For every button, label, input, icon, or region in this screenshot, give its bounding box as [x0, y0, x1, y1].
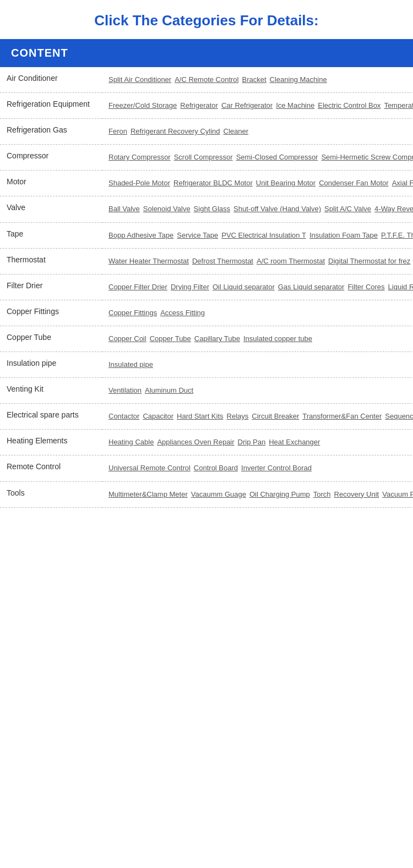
category-item-link[interactable]: Bracket [242, 75, 267, 84]
table-header: CONTENT [0, 39, 413, 67]
category-item-link[interactable]: Relays [227, 412, 249, 420]
category-item-link[interactable]: Recovery Unit [334, 490, 379, 498]
page-title: Click The Categories For Details: [0, 0, 413, 39]
category-item-link[interactable]: Unit Bearing Motor [256, 179, 316, 187]
category-item-link[interactable]: Contactor [108, 412, 139, 420]
category-label: Venting Kit [0, 378, 102, 404]
category-item-link[interactable]: Temperature Recorder [384, 101, 413, 109]
category-item-link[interactable]: Heat Exchanger [269, 438, 320, 446]
category-item-link[interactable]: Shaded-Pole Motor [108, 179, 170, 187]
category-item-link[interactable]: Vacuum Pump [382, 490, 413, 498]
table-row: Venting KitVentilationAluminum Duct [0, 378, 413, 404]
category-item-link[interactable]: Refrigerator BLDC Motor [173, 179, 253, 187]
category-item-link[interactable]: Bopp Adhesive Tape [108, 231, 173, 239]
table-row: ToolsMultimeter&Clamp MeterVacaumm Guage… [0, 481, 413, 507]
category-item-link[interactable]: Circuit Breaker [252, 412, 299, 420]
category-item-link[interactable]: Oil Charging Pump [249, 490, 310, 498]
category-item-link[interactable]: Semi-Closed Compressor [236, 153, 318, 161]
category-item-link[interactable]: Refrigerator [180, 101, 218, 109]
category-item-link[interactable]: Capillary Tube [194, 334, 240, 343]
category-item-link[interactable]: Vacaumm Guage [191, 490, 246, 498]
category-item-link[interactable]: Inverter Control Borad [241, 464, 312, 472]
category-item-link[interactable]: Oil Liquid separator [213, 283, 275, 291]
category-items: VentilationAluminum Duct [102, 378, 413, 404]
category-item-link[interactable]: Copper Coil [108, 334, 146, 343]
category-item-link[interactable]: Liquid Receiver [388, 283, 413, 291]
category-item-link[interactable]: Solenoid Valve [143, 205, 191, 213]
category-item-link[interactable]: Condenser Fan Motor [319, 179, 388, 187]
table-row: CompressorRotary CompressorScroll Compre… [0, 145, 413, 171]
category-item-link[interactable]: Ball Valve [108, 205, 140, 213]
category-item-link[interactable]: Copper Filter Drier [108, 283, 167, 291]
category-item-link[interactable]: Ventilation [108, 386, 142, 394]
category-label: Insulation pipe [0, 352, 102, 378]
category-item-link[interactable]: Defrost Thermostat [192, 257, 253, 265]
category-item-link[interactable]: Axial Fan [392, 179, 413, 187]
category-items: Ball ValveSolenoid ValveSight GlassShut-… [102, 196, 413, 222]
category-item-link[interactable]: Sight Glass [194, 205, 230, 213]
category-item-link[interactable]: Car Refrigerator [221, 101, 273, 109]
category-item-link[interactable]: Capacitor [143, 412, 173, 420]
category-item-link[interactable]: Semi-Hermetic Screw Compres [321, 153, 413, 161]
category-item-link[interactable]: Service Tape [177, 231, 218, 239]
category-items: Split Air ConditionerA/C Remote ControlB… [102, 67, 413, 93]
category-items: FeronRefrigerant Recovery CylindCleaner [102, 119, 413, 145]
category-item-link[interactable]: Gas Liquid separator [278, 283, 345, 291]
category-item-link[interactable]: Drying Filter [171, 283, 209, 291]
table-row: Refrigeration EquipmentFreezer/Cold Stor… [0, 93, 413, 119]
category-item-link[interactable]: Digital Thermostat for frez [328, 257, 410, 265]
category-item-link[interactable]: Aluminum Duct [145, 386, 193, 394]
category-item-link[interactable]: Transformer&Fan Center [302, 412, 382, 420]
table-row: Remote ControlUniversal Remote ControlCo… [0, 455, 413, 481]
category-item-link[interactable]: Refrigerant Recovery Cylind [131, 127, 220, 135]
category-label: Copper Tube [0, 326, 102, 351]
category-item-link[interactable]: PVC Electrical Insulation T [221, 231, 306, 239]
category-label: Heating Elements [0, 430, 102, 455]
category-item-link[interactable]: Heating Cable [108, 438, 154, 446]
category-label: Refrigeration Gas [0, 119, 102, 145]
category-item-link[interactable]: Multimeter&Clamp Meter [108, 490, 188, 498]
category-item-link[interactable]: 4-Way Reversing Valve [374, 205, 413, 213]
category-items: Water Heater ThermostatDefrost Thermosta… [102, 248, 413, 274]
category-item-link[interactable]: Sequencer&Timer Delay [385, 412, 413, 420]
category-item-link[interactable]: Insulation Foam Tape [309, 231, 378, 239]
category-items: Freezer/Cold StorageRefrigeratorCar Refr… [102, 93, 413, 119]
category-item-link[interactable]: Control Board [194, 464, 238, 472]
table-row: ValveBall ValveSolenoid ValveSight Glass… [0, 196, 413, 222]
category-item-link[interactable]: Copper Fittings [108, 309, 157, 317]
table-row: MotorShaded-Pole MotorRefrigerator BLDC … [0, 171, 413, 196]
category-item-link[interactable]: Universal Remote Control [108, 464, 191, 472]
category-items: Heating CableAppliances Oven RepairDrip … [102, 430, 413, 455]
category-item-link[interactable]: Copper Tube [150, 334, 191, 343]
category-item-link[interactable]: Insulated copper tube [243, 334, 312, 343]
category-item-link[interactable]: Electric Control Box [318, 101, 381, 109]
category-item-link[interactable]: A/C Remote Control [175, 75, 238, 84]
category-item-link[interactable]: Scroll Compressor [174, 153, 233, 161]
category-item-link[interactable]: Feron [108, 127, 127, 135]
category-item-link[interactable]: Shut-off Valve (Hand Valve) [233, 205, 321, 213]
category-label: Electrical spare parts [0, 404, 102, 430]
category-item-link[interactable]: Split Air Conditioner [108, 75, 171, 84]
category-item-link[interactable]: Drip Pan [238, 438, 266, 446]
categories-table: Air ConditionerSplit Air ConditionerA/C … [0, 67, 413, 508]
category-item-link[interactable]: Torch [313, 490, 331, 498]
category-item-link[interactable]: Ice Machine [276, 101, 314, 109]
category-item-link[interactable]: Water Heater Thermostat [108, 257, 189, 265]
category-item-link[interactable]: P.T.F.E. Thread Seal Tape [381, 231, 413, 239]
category-item-link[interactable]: Cleaning Machine [270, 75, 327, 84]
category-item-link[interactable]: Freezer/Cold Storage [108, 101, 177, 109]
category-item-link[interactable]: Rotary Compressor [108, 153, 171, 161]
category-item-link[interactable]: Split A/C Valve [324, 205, 371, 213]
category-item-link[interactable]: Appliances Oven Repair [157, 438, 234, 446]
category-item-link[interactable]: Access Fitting [160, 309, 205, 317]
category-item-link[interactable]: Insulated pipe [108, 360, 153, 369]
category-items: Universal Remote ControlControl BoardInv… [102, 455, 413, 481]
category-items: Copper FittingsAccess Fitting [102, 300, 413, 326]
category-label: Remote Control [0, 455, 102, 481]
table-row: Air ConditionerSplit Air ConditionerA/C … [0, 67, 413, 93]
category-item-link[interactable]: Hard Start Kits [177, 412, 224, 420]
category-item-link[interactable]: A/C room Thermostat [257, 257, 325, 265]
category-label: Filter Drier [0, 274, 102, 300]
category-item-link[interactable]: Filter Cores [347, 283, 384, 291]
category-item-link[interactable]: Cleaner [224, 127, 249, 135]
